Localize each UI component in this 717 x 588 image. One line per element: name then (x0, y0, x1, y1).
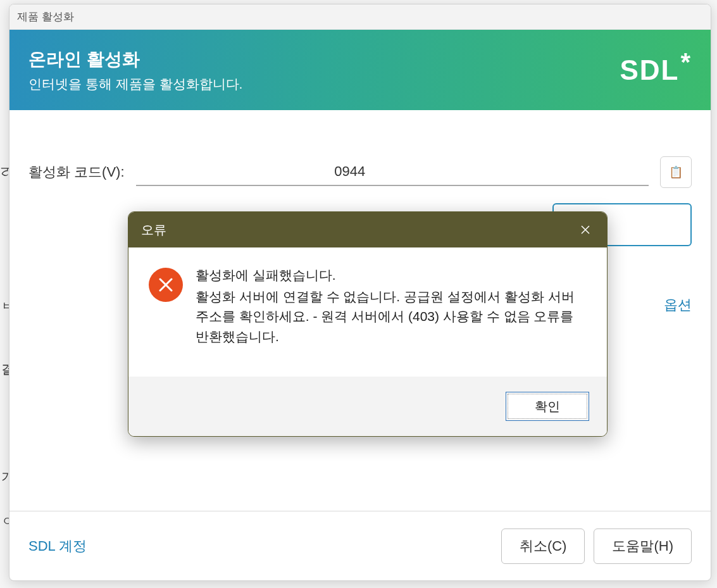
sdl-logo: SDL * (620, 54, 692, 86)
error-dialog-footer: 확인 (128, 377, 607, 436)
error-icon (149, 268, 183, 302)
logo-star-icon: * (680, 54, 692, 70)
clipboard-icon: 📋 (669, 165, 683, 179)
cancel-button[interactable]: 취소(C) (501, 529, 585, 564)
window-titlebar: 제품 활성화 (9, 4, 711, 30)
error-message: 활성화에 실패했습니다. 활성화 서버에 연결할 수 없습니다. 공급원 설정에… (196, 265, 587, 359)
footer: SDL 계정 취소(C) 도움말(H) (9, 511, 711, 580)
logo-text: SDL (620, 54, 679, 86)
error-dialog-body: 활성화에 실패했습니다. 활성화 서버에 연결할 수 없습니다. 공급원 설정에… (128, 247, 607, 377)
error-dialog: 오류 활성화에 실패했습니다. 활성화 서버에 연결할 수 없습니다. 공급원 … (128, 211, 608, 437)
activation-code-row: 활성화 코드(V): 📋 (28, 156, 692, 188)
banner: 온라인 활성화 인터넷을 통해 제품을 활성화합니다. SDL * (9, 30, 711, 112)
error-line2: 활성화 서버에 연결할 수 없습니다. 공급원 설정에서 활성화 서버 주소를 … (196, 287, 587, 347)
paste-button[interactable]: 📋 (660, 156, 692, 188)
ok-button[interactable]: 확인 (506, 392, 589, 421)
banner-text: 온라인 활성화 인터넷을 통해 제품을 활성화합니다. (28, 47, 242, 93)
sdl-account-link[interactable]: SDL 계정 (28, 537, 87, 556)
activation-code-input[interactable] (136, 158, 649, 186)
error-dialog-titlebar: 오류 (128, 212, 607, 247)
close-icon[interactable] (577, 221, 594, 239)
error-dialog-title: 오류 (141, 222, 166, 239)
activation-code-label: 활성화 코드(V): (28, 163, 125, 182)
window-title: 제품 활성화 (17, 9, 74, 24)
footer-buttons: 취소(C) 도움말(H) (501, 529, 692, 564)
help-button[interactable]: 도움말(H) (594, 529, 692, 564)
banner-subtitle: 인터넷을 통해 제품을 활성화합니다. (28, 75, 242, 93)
error-line1: 활성화에 실패했습니다. (196, 265, 587, 285)
options-link[interactable]: 옵션 (664, 296, 692, 315)
banner-title: 온라인 활성화 (28, 47, 242, 72)
